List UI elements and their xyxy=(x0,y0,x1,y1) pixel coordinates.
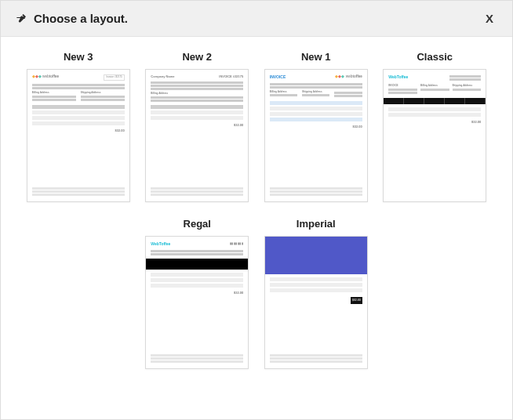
layout-imperial[interactable]: Imperial $32.00 xyxy=(264,218,369,369)
layout-classic[interactable]: Classic WebToffee INVOICE Billing Addres… xyxy=(383,51,488,202)
layout-new2[interactable]: New 2 Company Name INVOICE #32175 Billin… xyxy=(145,51,250,202)
layout-thumbnail: WebToffee ▮▮▮▮▮▮▮ $32.00 xyxy=(145,236,249,369)
layout-regal[interactable]: Regal WebToffee ▮▮▮▮▮▮▮ $32.00 xyxy=(145,218,250,369)
layout-thumbnail: $32.00 xyxy=(264,236,368,369)
layout-new1[interactable]: New 1 INVOICE ◆◆◆ webtoffee Billing Addr… xyxy=(264,51,369,202)
layout-new3[interactable]: New 3 ◆◆◆ webtoffee Invoice #32175 Billi… xyxy=(26,51,131,202)
layout-thumbnail: INVOICE ◆◆◆ webtoffee Billing Address Sh… xyxy=(264,69,368,202)
pin-icon xyxy=(15,13,27,25)
modal-header-left: Choose a layout. xyxy=(15,12,128,25)
layout-label: Regal xyxy=(184,218,211,230)
layout-thumbnail: WebToffee INVOICE Billing Address Shippi… xyxy=(383,69,486,202)
layout-label: Classic xyxy=(417,51,453,63)
close-button[interactable]: X xyxy=(481,10,498,27)
layout-thumbnail: Company Name INVOICE #32175 Billing Addr… xyxy=(145,69,249,202)
modal-header: Choose a layout. X xyxy=(1,1,512,37)
layout-label: New 1 xyxy=(301,51,331,63)
layout-grid: New 3 ◆◆◆ webtoffee Invoice #32175 Billi… xyxy=(26,51,487,369)
layout-label: New 2 xyxy=(182,51,212,63)
modal-body: New 3 ◆◆◆ webtoffee Invoice #32175 Billi… xyxy=(1,37,512,419)
layout-label: Imperial xyxy=(297,218,336,230)
modal-title: Choose a layout. xyxy=(34,12,128,25)
layout-thumbnail: ◆◆◆ webtoffee Invoice #32175 Billing Add… xyxy=(27,69,130,202)
layout-label: New 3 xyxy=(64,51,93,63)
choose-layout-modal: Choose a layout. X New 3 ◆◆◆ webtoffee I… xyxy=(0,0,513,420)
